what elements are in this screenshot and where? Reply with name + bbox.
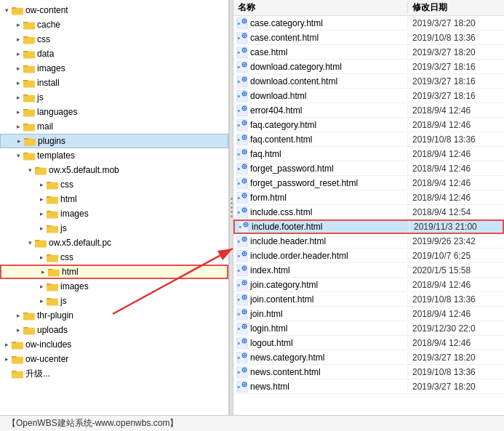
tree-item-thr-plugin[interactable]: ▸ thr-plugin — [0, 308, 228, 323]
folder-icon — [47, 179, 58, 190]
tree-item-label: ow.x5.default.mob — [49, 165, 119, 175]
file-row[interactable]: e faq.category.html2018/9/4 12:46 — [233, 118, 504, 132]
tree-item-ow-content[interactable]: ▾ ow-content — [0, 3, 228, 17]
tree-item-ow-x5-default-mob[interactable]: ▾ ow.x5.default.mob — [0, 163, 228, 177]
tree-item-cache[interactable]: ▸ cache — [0, 17, 228, 32]
tree-item-label: ow.x5.default.pc — [49, 238, 111, 248]
svg-rect-71 — [12, 343, 23, 349]
expand-arrow[interactable]: ▸ — [3, 355, 10, 363]
file-row[interactable]: e error404.html2018/9/4 12:46 — [233, 103, 504, 118]
tree-item-install[interactable]: ▸ install — [0, 76, 228, 90]
file-name-label: index.html — [250, 265, 290, 275]
file-row[interactable]: e join.category.html2018/9/4 12:46 — [233, 278, 504, 292]
svg-text:e: e — [238, 370, 240, 374]
file-row[interactable]: e news.content.html2019/10/8 13:36 — [233, 365, 504, 379]
folder-icon — [23, 63, 35, 74]
tree-item-data[interactable]: ▸ data — [0, 47, 228, 61]
file-row[interactable]: e download.html2019/3/27 18:16 — [233, 89, 504, 103]
expand-arrow[interactable]: ▸ — [38, 210, 45, 217]
expand-arrow[interactable]: ▸ — [15, 21, 22, 28]
expand-arrow[interactable]: ▾ — [15, 152, 22, 159]
tree-item-mob-js[interactable]: ▸ js — [0, 221, 228, 235]
tree-item-mob-images[interactable]: ▸ images — [0, 206, 228, 221]
tree-item-languages[interactable]: ▸ languages — [0, 105, 228, 119]
expand-arrow[interactable]: ▸ — [38, 196, 45, 203]
expand-arrow[interactable]: ▸ — [15, 50, 22, 57]
expand-arrow[interactable]: ▾ — [26, 166, 33, 174]
expand-arrow[interactable]: ▸ — [38, 283, 45, 290]
tree-item-images[interactable]: ▸ images — [0, 61, 228, 76]
file-row[interactable]: e include.order.header.html2019/10/7 6:2… — [233, 249, 504, 263]
file-row[interactable]: e include.header.html2019/9/26 23:42 — [233, 234, 504, 249]
tree-item-pc-images[interactable]: ▸ images — [0, 279, 228, 294]
svg-text:e: e — [238, 94, 240, 98]
tree-item-ow-includes[interactable]: ▸ ow-includes — [0, 337, 228, 352]
tree-item-ow-ucenter[interactable]: ▸ ow-ucenter — [0, 352, 228, 366]
file-row[interactable]: e join.content.html2019/10/8 13:36 — [233, 292, 504, 307]
expand-arrow[interactable]: ▸ — [15, 36, 22, 43]
tree-item-uploads[interactable]: ▸ uploads — [0, 323, 228, 337]
tree-item-mob-html[interactable]: ▸ html — [0, 192, 228, 206]
file-row[interactable]: e download.content.html2019/3/27 18:16 — [233, 74, 504, 89]
tree-item-css[interactable]: ▸ css — [0, 32, 228, 47]
file-row[interactable]: e forget_password.html2018/9/4 12:46 — [233, 161, 504, 176]
file-date-cell: 2019/3/27 18:20 — [408, 382, 504, 392]
file-row[interactable]: e faq.html2018/9/4 12:46 — [233, 147, 504, 161]
expand-arrow[interactable]: ▸ — [15, 94, 22, 101]
expand-arrow[interactable]: ▸ — [15, 123, 22, 130]
tree-item-more[interactable]: 升级... — [0, 366, 228, 381]
expand-arrow[interactable]: ▸ — [15, 79, 22, 86]
file-row[interactable]: e case.content.html2019/10/8 13:36 — [233, 31, 504, 45]
tree-item-mail[interactable]: ▸ mail — [0, 119, 228, 134]
file-list-panel[interactable]: 名称 修改日期 e case.category.html2019/3/27 18… — [233, 0, 504, 415]
folder-tree-panel[interactable]: ▾ ow-content▸ cache▸ css▸ data▸ images▸ … — [0, 0, 229, 415]
expand-arrow[interactable]: ▸ — [15, 137, 23, 145]
expand-arrow[interactable]: ▸ — [38, 181, 45, 188]
file-row[interactable]: e login.html2019/12/30 22:0 — [233, 321, 504, 336]
svg-text:e: e — [238, 152, 240, 156]
file-row[interactable]: e include.css.html2018/9/4 12:54 — [233, 205, 504, 219]
file-row[interactable]: e news.html2019/3/27 18:20 — [233, 379, 504, 394]
expand-arrow[interactable]: ▸ — [38, 254, 45, 261]
html-file-icon: e — [236, 148, 248, 160]
file-name-cell: e download.content.html — [233, 76, 408, 87]
tree-item-pc-js[interactable]: ▸ js — [0, 294, 228, 308]
file-date-cell: 2019/10/8 13:36 — [408, 33, 504, 43]
file-row[interactable]: e case.category.html2019/3/27 18:20 — [233, 16, 504, 31]
expand-arrow[interactable]: ▸ — [38, 225, 45, 232]
file-row[interactable]: e include.footer.html2019/11/3 21:00 — [233, 219, 504, 234]
file-row[interactable]: e news.category.html2019/3/27 18:20 — [233, 350, 504, 365]
tree-item-js[interactable]: ▸ js — [0, 90, 228, 105]
expand-arrow[interactable]: ▾ — [26, 239, 33, 246]
tree-item-label: css — [60, 180, 73, 190]
file-row[interactable]: e join.html2018/9/4 12:46 — [233, 307, 504, 321]
tree-item-templates[interactable]: ▾ templates — [0, 148, 228, 163]
file-row[interactable]: e case.html2019/3/27 18:20 — [233, 45, 504, 60]
expand-arrow[interactable] — [3, 370, 10, 377]
expand-arrow[interactable]: ▸ — [15, 326, 22, 334]
file-name-label: form.html — [250, 193, 287, 203]
file-row[interactable]: e faq.content.html2019/10/8 13:36 — [233, 132, 504, 147]
file-name-label: join.html — [250, 309, 283, 319]
tree-item-mob-css[interactable]: ▸ css — [0, 177, 228, 192]
expand-arrow[interactable]: ▸ — [15, 108, 22, 116]
expand-arrow[interactable]: ▸ — [38, 297, 45, 305]
file-row[interactable]: e download.category.html2019/3/27 18:16 — [233, 60, 504, 74]
folder-icon — [23, 106, 35, 118]
tree-item-pc-html[interactable]: ▸ html — [0, 265, 228, 279]
expand-arrow[interactable]: ▸ — [39, 268, 47, 275]
file-name-cell: e case.html — [233, 47, 408, 58]
file-row[interactable]: e logout.html2018/9/4 12:46 — [233, 336, 504, 350]
expand-arrow[interactable]: ▸ — [15, 65, 22, 72]
expand-arrow[interactable]: ▸ — [15, 312, 22, 319]
tree-item-ow-x5-default-pc[interactable]: ▾ ow.x5.default.pc — [0, 235, 228, 250]
folder-icon — [47, 208, 58, 219]
expand-arrow[interactable]: ▸ — [3, 341, 10, 348]
file-row[interactable]: e forget_password_reset.html2018/9/4 12:… — [233, 176, 504, 190]
file-row[interactable]: e index.html2020/1/5 15:58 — [233, 263, 504, 278]
expand-arrow[interactable]: ▾ — [3, 7, 10, 14]
svg-text:e: e — [238, 108, 240, 113]
tree-item-plugins[interactable]: ▸ plugins — [0, 134, 228, 148]
file-row[interactable]: e form.html2018/9/4 12:46 — [233, 190, 504, 205]
tree-item-pc-css[interactable]: ▸ css — [0, 250, 228, 265]
